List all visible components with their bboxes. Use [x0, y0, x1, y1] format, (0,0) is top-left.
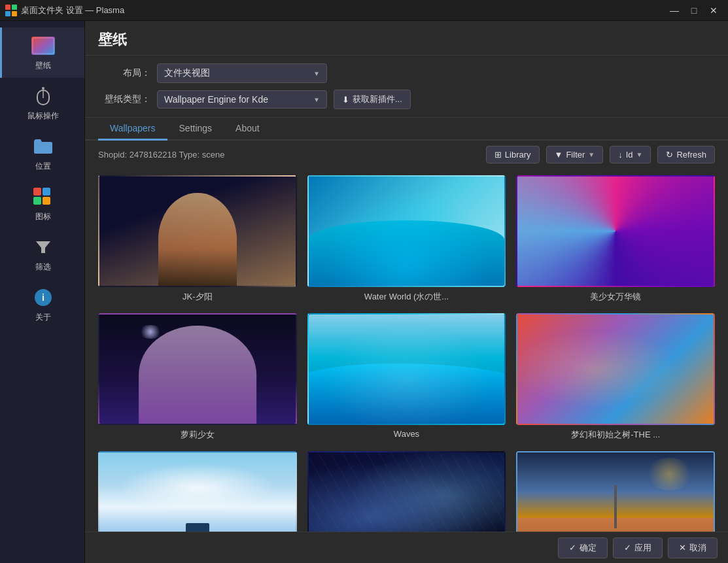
type-row: 壁纸类型： Wallpaper Engine for Kde ▼ ⬇ 获取新插件…: [98, 90, 715, 109]
page-title: 壁纸: [98, 31, 127, 48]
main-layout: 壁纸 鼠标操作 位置: [0, 21, 728, 563]
tab-settings[interactable]: Settings: [167, 118, 224, 141]
gallery-label-water: Water World (水の世...: [364, 291, 449, 303]
library-button[interactable]: ⊞ Library: [486, 146, 540, 163]
sidebar-item-location[interactable]: 位置: [0, 128, 84, 179]
gallery-label-jk: JK-夕阳: [182, 291, 213, 303]
apply-icon: ✓: [624, 543, 631, 553]
page-header: 壁纸: [85, 21, 728, 56]
filter-funnel-icon: ▼: [555, 150, 563, 160]
titlebar: 桌面文件夹 设置 — Plasma — □ ✕: [0, 0, 728, 21]
gallery-thumb-water: [307, 175, 506, 287]
gallery-thumb-mirror: ⬇ ↻: [516, 451, 715, 532]
svg-rect-3: [12, 11, 17, 16]
sort-icon: ↓: [618, 150, 623, 160]
svg-rect-4: [31, 37, 55, 55]
type-select[interactable]: Wallpaper Engine for Kde ▼: [157, 90, 327, 109]
id-arrow-icon: ▼: [636, 151, 643, 158]
folder-icon: [31, 135, 55, 158]
gallery-thumb-wind: [98, 451, 297, 532]
svg-rect-2: [5, 11, 10, 16]
get-plugin-button[interactable]: ⬇ 获取新插件...: [334, 90, 411, 109]
gallery-label-kaleidoscope: 美少女万华镜: [590, 291, 641, 303]
gallery-item-wind[interactable]: 迎风 4k {By Z 4: [98, 451, 297, 532]
gallery-label-waves: Waves: [394, 429, 419, 439]
filter-arrow-icon: ▼: [588, 151, 595, 158]
sidebar-item-wallpaper-label: 壁纸: [35, 60, 51, 71]
sidebar: 壁纸 鼠标操作 位置: [0, 21, 85, 563]
gallery-item-waves[interactable]: Waves: [307, 313, 506, 441]
mouse-icon: [31, 84, 55, 108]
svg-rect-1: [12, 5, 17, 10]
refresh-button[interactable]: ↻ Refresh: [657, 146, 715, 163]
gallery-thumb-waves: [307, 313, 506, 425]
svg-rect-9: [33, 188, 41, 196]
sidebar-item-location-label: 位置: [35, 161, 51, 172]
window-controls: — □ ✕: [665, 3, 723, 18]
minimize-button[interactable]: —: [665, 3, 684, 18]
svg-rect-10: [43, 188, 50, 196]
tabs-bar: Wallpapers Settings About: [85, 118, 728, 141]
svg-rect-0: [5, 5, 10, 10]
download-icon: ⬇: [342, 95, 349, 105]
type-label: 壁纸类型：: [98, 94, 150, 105]
info-icon: i: [31, 286, 55, 309]
cancel-button[interactable]: ✕ 取消: [668, 537, 718, 558]
gallery-item-jk[interactable]: JK-夕阳: [98, 175, 297, 303]
sidebar-item-filter-label: 筛选: [35, 262, 51, 273]
gallery-toolbar: Shopid: 2478162218 Type: scene ⊞ Library…: [85, 141, 728, 169]
tab-about[interactable]: About: [224, 118, 271, 141]
confirm-icon: ✓: [569, 543, 576, 553]
titlebar-left: 桌面文件夹 设置 — Plasma: [5, 5, 124, 16]
gallery-area: JK-夕阳 Water World (水の世...: [85, 169, 728, 532]
layout-select-arrow-icon: ▼: [313, 70, 320, 77]
sidebar-item-about[interactable]: i 关于: [0, 279, 84, 330]
id-sort-button[interactable]: ↓ Id ▼: [610, 146, 651, 163]
layout-select[interactable]: 文件夹视图 ▼: [157, 63, 327, 83]
refresh-icon: ↻: [666, 150, 673, 160]
layout-label: 布局：: [98, 67, 150, 79]
window-title: 桌面文件夹 设置 — Plasma: [21, 5, 124, 16]
form-section: 布局： 文件夹视图 ▼ 壁纸类型： Wallpaper Engine for K…: [85, 56, 728, 118]
sidebar-item-icons[interactable]: 图标: [0, 179, 84, 229]
svg-text:i: i: [42, 292, 44, 303]
svg-marker-13: [36, 241, 50, 253]
gallery-item-kaleidoscope[interactable]: 美少女万华镜: [516, 175, 715, 303]
sidebar-item-about-label: 关于: [35, 312, 51, 323]
gallery-label-loli: 萝莉少女: [181, 429, 215, 441]
filter-button[interactable]: ▼ Filter ▼: [546, 146, 604, 163]
content-area: 壁纸 布局： 文件夹视图 ▼ 壁纸类型： Wallpaper Engine fo…: [85, 21, 728, 563]
gallery-thumb-stars: [307, 451, 506, 532]
icons-grid-icon: [31, 185, 55, 209]
gallery-item-dream[interactable]: 梦幻和初始之树-THE ...: [516, 313, 715, 441]
gallery-item-mirror[interactable]: ⬇ ↻ 水镜 4k {By vinci_v...: [516, 451, 715, 532]
apply-button[interactable]: ✓ 应用: [613, 537, 663, 558]
layout-row: 布局： 文件夹视图 ▼: [98, 63, 715, 83]
sidebar-item-icons-label: 图标: [35, 211, 51, 222]
wallpaper-icon: [31, 34, 55, 58]
sidebar-item-mouse[interactable]: 鼠标操作: [0, 78, 84, 128]
bottom-bar: ✓ 确定 ✓ 应用 ✕ 取消: [85, 532, 728, 563]
svg-point-8: [42, 87, 44, 90]
close-button[interactable]: ✕: [704, 3, 723, 18]
type-select-arrow-icon: ▼: [313, 96, 320, 103]
confirm-button[interactable]: ✓ 确定: [558, 537, 608, 558]
gallery-thumb-dream: [516, 313, 715, 425]
tab-wallpapers[interactable]: Wallpapers: [98, 118, 167, 141]
sidebar-item-wallpaper[interactable]: 壁纸: [0, 27, 84, 78]
sidebar-item-mouse-label: 鼠标操作: [27, 111, 59, 122]
toolbar-info: Shopid: 2478162218 Type: scene: [98, 150, 479, 160]
filter-icon: [31, 235, 55, 259]
maximize-button[interactable]: □: [685, 3, 703, 18]
gallery-thumb-loli: [98, 313, 297, 425]
library-icon: ⊞: [494, 150, 502, 160]
app-logo-icon: [5, 5, 17, 16]
gallery-label-dream: 梦幻和初始之树-THE ...: [571, 429, 660, 441]
gallery-thumb-jk: [98, 175, 297, 287]
gallery-item-stars[interactable]: Shining Stars [2K]: [307, 451, 506, 532]
gallery-item-loli[interactable]: 萝莉少女: [98, 313, 297, 441]
gallery-thumb-kaleidoscope: [516, 175, 715, 287]
gallery-item-water[interactable]: Water World (水の世...: [307, 175, 506, 303]
gallery-grid: JK-夕阳 Water World (水の世...: [98, 175, 715, 532]
sidebar-item-filter[interactable]: 筛选: [0, 229, 84, 279]
